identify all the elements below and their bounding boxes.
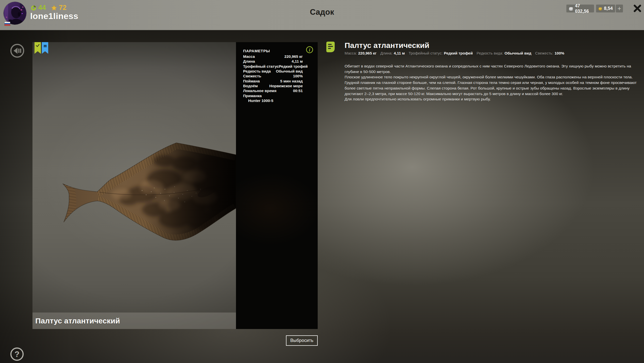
silver-amount: 47 032,56 [575, 3, 592, 14]
plus-icon: + [618, 5, 621, 12]
param-row: Трофейный статусРедкий трофей [243, 64, 303, 69]
stat-value: 4,11 м [394, 50, 405, 56]
stat-label: Масса: [345, 50, 357, 56]
stat-label: Трофейный статус: [409, 50, 443, 56]
fish-details: Палтус атлантический Масса:220,965 кгДли… [326, 41, 644, 102]
fish-card: Палтус атлантический ПАРАМЕТРЫ i Масса22… [32, 42, 318, 329]
param-label: Свежесть [243, 74, 261, 78]
parameters-title: ПАРАМЕТРЫ [243, 49, 270, 53]
add-funds-button[interactable]: + [616, 5, 623, 12]
stat-pair: Трофейный статус:Редкий трофей [409, 50, 473, 56]
stat-value: 100% [555, 50, 564, 56]
param-label: Трофейный статус [243, 64, 279, 69]
stat-pair: Редкость вида:Обычный вид [477, 50, 531, 56]
param-label: Поймана [243, 79, 260, 83]
flag-icon-russia [5, 22, 10, 26]
description-paragraph: Грудной плавник на глазной стороне больш… [345, 80, 642, 96]
stat-label: Длина: [380, 50, 393, 56]
param-row: Масса220,965 кг [243, 54, 303, 59]
back-button[interactable] [9, 43, 25, 59]
parameters-list: Масса220,965 кгДлина4,11 мТрофейный стат… [243, 54, 303, 103]
stat-pair: Свежесть:100% [535, 50, 564, 56]
param-value: Норвежское море [269, 83, 303, 88]
info-glyph: i [309, 47, 310, 53]
fish-stats-line: Масса:220,965 кгДлина:4,11 мТрофейный ст… [345, 50, 644, 56]
description-paragraph: Обитает в водах северной части Атлантиче… [345, 63, 642, 74]
param-label: Редкость вида [243, 69, 271, 74]
parameters-panel: ПАРАМЕТРЫ i Масса220,965 кгДлина4,11 мТр… [236, 42, 318, 329]
param-value: Обычный вид [276, 69, 303, 74]
stat-value: Редкий трофей [444, 50, 473, 56]
param-value: 220,965 кг [284, 54, 303, 59]
check-icon [36, 43, 40, 48]
stat-label: Редкость вида: [477, 50, 503, 56]
param-value: 4,11 м [292, 59, 303, 64]
help-button[interactable]: ? [9, 346, 25, 362]
param-row: Редкость видаОбычный вид [243, 69, 303, 74]
param-row: Свежесть100% [243, 74, 303, 78]
param-row: Поймана5 мин назад [243, 79, 303, 83]
description-paragraph: Плоское удлиненное тело покрыто некрупно… [345, 74, 642, 80]
discard-button[interactable]: Выбросить [286, 335, 318, 346]
param-label: Приманка [243, 94, 262, 98]
info-button[interactable]: i [306, 46, 313, 54]
stat-pair: Масса:220,965 кг [345, 50, 377, 56]
gold-amount: 8,54 [604, 6, 613, 11]
halibut-illustration [32, 42, 236, 329]
keepnet-screen: 44 72 lone1liness Садок 47 032,56 [0, 0, 644, 363]
silver-coins-icon [569, 6, 573, 12]
description-paragraph: Для ловли предпочтительно использовать о… [345, 96, 642, 102]
fish-title: Палтус атлантический [345, 41, 644, 50]
param-row: Локальное время00:51 [243, 88, 303, 93]
stat-value: 220,965 кг [358, 50, 377, 56]
param-value: 00:51 [293, 88, 303, 93]
param-value: Редкий трофей [279, 64, 308, 69]
question-glyph: ? [14, 350, 20, 359]
fish-note-icon [326, 42, 335, 52]
close-button[interactable] [633, 4, 642, 13]
trophy-ribbon[interactable] [42, 42, 48, 54]
gold-coins-icon [598, 6, 602, 12]
back-icon [9, 43, 25, 59]
stat-pair: Длина:4,11 м [380, 50, 405, 56]
fish-image: Палтус атлантический [32, 42, 236, 329]
fish-description: Обитает в водах северной части Атлантиче… [345, 63, 642, 102]
crown-icon [43, 43, 47, 48]
details-body: Палтус атлантический Масса:220,965 кгДли… [345, 41, 644, 102]
top-bar: 44 72 lone1liness Садок 47 032,56 [0, 0, 644, 30]
param-value: Hunter 1000-5 [243, 98, 303, 103]
param-value: 100% [293, 74, 303, 78]
param-label: Масса [243, 54, 255, 59]
gold-balance[interactable]: 8,54 [596, 5, 615, 12]
help-icon: ? [9, 346, 25, 362]
param-label: Водоём [243, 83, 258, 88]
param-value: 5 мин назад [280, 79, 303, 83]
param-row: ВодоёмНорвежское море [243, 83, 303, 88]
stat-value: Обычный вид [504, 50, 531, 56]
fish-ribbons [35, 42, 48, 54]
page-title: Садок [0, 8, 644, 17]
param-row: Длина4,11 м [243, 59, 303, 64]
silver-balance[interactable]: 47 032,56 [566, 5, 594, 12]
param-label: Локальное время [243, 88, 276, 93]
info-icon: i [306, 46, 313, 54]
registered-ribbon[interactable] [35, 42, 41, 54]
stat-label: Свежесть: [535, 50, 553, 56]
param-row: ПриманкаHunter 1000-5 [243, 93, 303, 103]
close-icon [633, 4, 642, 13]
fish-name-bar: Палтус атлантический [32, 313, 236, 329]
param-label: Длина [243, 59, 255, 64]
